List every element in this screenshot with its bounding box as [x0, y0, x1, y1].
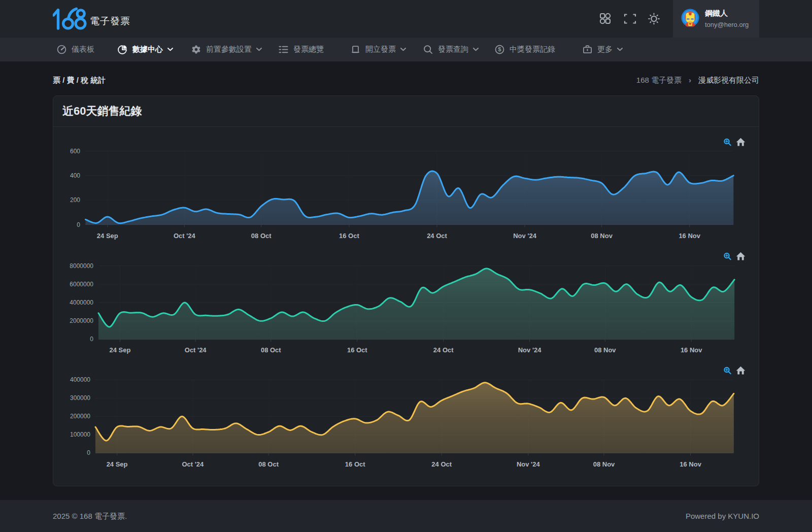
svg-text:$: $: [498, 46, 501, 52]
